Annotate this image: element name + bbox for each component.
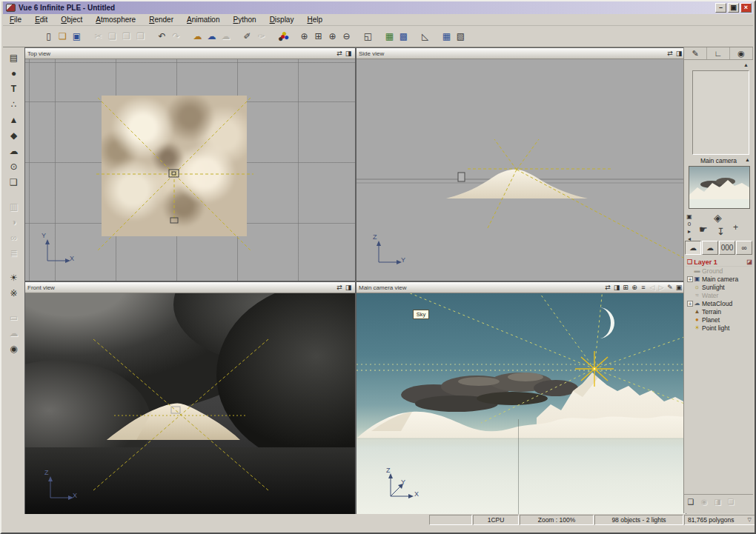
- anchor-control-icon[interactable]: ↧: [717, 226, 725, 237]
- boolean-ops-icon[interactable]: ◑: [7, 215, 21, 230]
- separator[interactable]: [354, 30, 361, 43]
- text-object-icon[interactable]: T: [7, 81, 21, 97]
- polygon-menu-icon[interactable]: ▽: [748, 517, 752, 523]
- primitives-group-icon[interactable]: ❑: [7, 175, 21, 190]
- save-object-icon[interactable]: ☁: [205, 30, 219, 43]
- render-display-icon[interactable]: ▦: [440, 30, 454, 43]
- sphere-primitive-icon[interactable]: ●: [7, 66, 21, 81]
- spacer[interactable]: [7, 301, 21, 310]
- metacloud-object-icon[interactable]: ☁: [7, 144, 21, 159]
- menu-atmosphere[interactable]: Atmosphere: [89, 15, 142, 24]
- eyedropper-icon[interactable]: ✑: [254, 30, 268, 43]
- separator[interactable]: [147, 30, 155, 43]
- zoom-in-icon[interactable]: ⊕: [297, 30, 311, 43]
- maximize-view-icon[interactable]: ⇄: [335, 284, 344, 292]
- atmosphere-tab-icon[interactable]: ☁: [685, 241, 701, 255]
- move-pad-icon[interactable]: +: [733, 222, 738, 233]
- gem-control-icon[interactable]: ◈: [714, 212, 722, 224]
- undo-icon[interactable]: ↶: [155, 30, 169, 43]
- viewport-camera-header[interactable]: Main camera view ⇄◨⊞⊕≡◁▷✎▣: [357, 282, 686, 293]
- new-note-icon[interactable]: ❑: [686, 497, 696, 507]
- visibility-tab-icon[interactable]: ∞: [736, 241, 752, 255]
- spin-up-icon[interactable]: ▸: [688, 228, 691, 235]
- save-preview-icon[interactable]: ▣: [686, 213, 692, 220]
- save-view-icon[interactable]: ▣: [674, 284, 683, 292]
- tree-item-water[interactable]: ≈ Water: [686, 291, 752, 299]
- menu-help[interactable]: Help: [300, 15, 329, 24]
- paste-icon[interactable]: ❐: [119, 30, 133, 43]
- walkthrough-camera-icon[interactable]: ◉: [7, 341, 21, 357]
- object-browser-icon[interactable]: ▤: [7, 50, 21, 66]
- tree-item-point-light[interactable]: ☀ Point light: [686, 324, 752, 332]
- render-options-icon[interactable]: ▩: [397, 30, 411, 43]
- menu-edit[interactable]: Edit: [28, 15, 54, 24]
- tree-item-metacloud[interactable]: + ☁ MetaCloud: [686, 299, 752, 307]
- scroll-up-icon[interactable]: ▲: [743, 62, 749, 67]
- restore-button[interactable]: ▣: [728, 3, 739, 13]
- lock-icon[interactable]: ◉: [699, 497, 709, 507]
- camera-tab-icon[interactable]: ◉: [730, 47, 753, 59]
- maximize-view-icon[interactable]: ⇄: [335, 50, 344, 58]
- render-view-icon[interactable]: ◨: [344, 50, 353, 58]
- menu-animation[interactable]: Animation: [180, 15, 226, 24]
- spacer[interactable]: [7, 261, 21, 270]
- tree-item-main-camera[interactable]: + ▣ Main camera: [686, 275, 752, 283]
- maximize-view-icon[interactable]: ⇄: [603, 284, 612, 292]
- minimize-button[interactable]: –: [715, 3, 726, 13]
- edit-view-icon[interactable]: ✎: [666, 284, 674, 292]
- tree-item-planet[interactable]: ● Planet: [686, 316, 752, 324]
- menu-object[interactable]: Object: [54, 15, 89, 24]
- viewport-side-canvas[interactable]: Z Y: [357, 59, 686, 281]
- separator[interactable]: [268, 30, 276, 43]
- copy-icon[interactable]: ❏: [105, 30, 119, 43]
- load-object-icon[interactable]: ☁: [190, 30, 205, 43]
- separator[interactable]: [432, 30, 440, 43]
- viewport-top-canvas[interactable]: Y X: [25, 59, 355, 281]
- render-view-icon[interactable]: ◨: [674, 50, 683, 58]
- link-objects-icon[interactable]: ∞: [7, 230, 21, 246]
- cloud-layer-icon[interactable]: ☁: [7, 326, 21, 341]
- cloud-tab-icon[interactable]: ☁: [702, 241, 718, 255]
- stone-object-icon[interactable]: ◆: [7, 128, 21, 144]
- airbrush-icon[interactable]: ✐: [240, 30, 254, 43]
- movie-clapper-icon[interactable]: ◺: [418, 30, 432, 43]
- maximize-view-icon[interactable]: ⇄: [666, 50, 674, 58]
- paint-tab-icon[interactable]: ✎: [684, 47, 707, 59]
- ecosystem-icon[interactable]: ※: [7, 286, 21, 301]
- layer-options-icon[interactable]: ◪: [746, 258, 752, 265]
- scroll-up-icon[interactable]: ▲: [745, 157, 750, 162]
- light-source-icon[interactable]: ☀: [7, 270, 21, 286]
- zoom-view-icon[interactable]: ⊕: [630, 284, 639, 292]
- prev-view-icon[interactable]: ◁: [648, 284, 657, 292]
- render-view-icon[interactable]: ◨: [344, 284, 353, 292]
- zoom-region-icon[interactable]: ⊞: [311, 30, 325, 43]
- separator[interactable]: [411, 30, 418, 43]
- counter-label[interactable]: 0: [688, 221, 691, 227]
- viewport-side-header[interactable]: Side view ⇄◨: [357, 48, 686, 59]
- pan-hand-icon[interactable]: ☛: [699, 224, 708, 235]
- zoom-out-icon[interactable]: ⊖: [339, 30, 354, 43]
- cut-icon[interactable]: ✂: [91, 30, 105, 43]
- menu-render[interactable]: Render: [142, 15, 180, 24]
- rock-object-icon[interactable]: ∴: [7, 97, 21, 113]
- redo-icon[interactable]: ↷: [169, 30, 183, 43]
- viewport-front-canvas[interactable]: Z X: [25, 293, 355, 515]
- next-view-icon[interactable]: ▷: [657, 284, 666, 292]
- tree-item-ground[interactable]: ▬ Ground: [686, 267, 752, 275]
- planet-object-icon[interactable]: ⊙: [7, 159, 21, 175]
- group-objects-icon[interactable]: ▥: [7, 199, 21, 215]
- color-palette-icon[interactable]: ●: [276, 30, 290, 43]
- view-options-icon[interactable]: ≡: [639, 284, 648, 292]
- object-properties-box[interactable]: [692, 70, 749, 155]
- render-export-icon[interactable]: ▧: [454, 30, 468, 43]
- snapshot-icon[interactable]: ◨: [712, 497, 723, 507]
- measure-tab-icon[interactable]: ∟: [707, 47, 730, 59]
- tree-item-terrain[interactable]: ▲ Terrain: [686, 307, 752, 316]
- display-mode-icon[interactable]: ◱: [361, 30, 375, 43]
- notes-icon[interactable]: ▭: [7, 310, 21, 326]
- zoom-plus-icon[interactable]: ⊕: [325, 30, 339, 43]
- render-icon[interactable]: ▦: [382, 30, 397, 43]
- menu-file[interactable]: File: [3, 15, 28, 24]
- film-tab-icon[interactable]: 000: [719, 241, 735, 255]
- sky-object-label[interactable]: Sky: [413, 310, 429, 319]
